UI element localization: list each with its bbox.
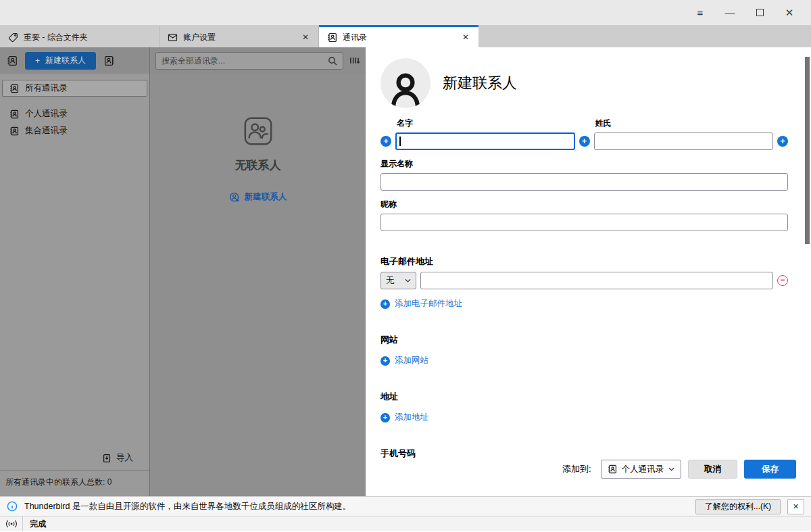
sidebar-item-collected-addresses[interactable]: 集合通讯录 [2,122,147,139]
search-input[interactable] [162,56,324,66]
address-book-toolbar: + 新建联系人 [0,47,366,74]
sidebar-item-label: 所有通讯录 [25,82,68,94]
tab-unified-folders[interactable]: 重要 - 综合文件夹 [0,25,159,47]
email-row: 无 − [380,272,788,289]
dimmed-background-region: + 新建联系人 [0,47,366,496]
vertical-scrollbar-thumb[interactable] [805,57,810,244]
add-suffix-button[interactable]: + [777,136,788,147]
status-bar: 完成 [0,516,811,531]
email-input[interactable] [420,272,773,289]
add-website-label: 添加网站 [395,355,428,366]
tab-account-settings[interactable]: 账户设置 ✕ [159,25,319,47]
mail-icon [168,32,178,43]
target-address-book-select[interactable]: 个人通讯录 [601,460,682,479]
toolbar-search-section [150,47,366,74]
title-bar: ≡ — ✕ [0,0,811,25]
address-section-title: 地址 [380,391,788,403]
search-box[interactable] [155,52,343,70]
target-address-book-value: 个人通讯录 [622,464,664,475]
minimize-icon: — [725,7,735,18]
close-window-button[interactable]: ✕ [775,3,804,22]
empty-state: 无联系人 新建联系人 [229,116,287,203]
address-book-icon [9,84,19,93]
plus-icon: + [380,413,390,422]
search-icon [328,56,337,66]
contacts-total-count: 所有通讯录中的联系人总数: 0 [0,470,149,496]
minimize-button[interactable]: — [715,3,745,22]
sidebar-item-personal-address-book[interactable]: 个人通讯录 [2,105,147,122]
sidebar-item-label: 集合通讯录 [25,125,68,137]
tab-bar-empty-space [478,25,811,47]
chevron-down-icon [405,279,411,283]
add-website-link[interactable]: + 添加网站 [380,355,788,366]
status-text: 完成 [23,518,46,530]
plus-icon: + [380,299,390,309]
form-header: 新建联系人 [380,58,788,108]
address-book-body: 所有通讯录 个人通讯录 [0,74,366,496]
sidebar-item-all-address-books[interactable]: 所有通讯录 [2,80,147,97]
chevron-down-icon [668,467,674,471]
name-row: 名字 姓氏 + + + [380,118,788,150]
contact-avatar[interactable] [380,58,431,108]
tab-label: 重要 - 综合文件夹 [24,32,152,43]
tab-close-icon[interactable]: ✕ [299,32,312,42]
contact-edit-pane: 新建联系人 名字 姓氏 + + + 显示名称 [366,47,811,496]
nickname-field: 昵称 [380,199,788,231]
new-contact-button-label: 新建联系人 [45,55,86,66]
plus-icon: + [380,356,390,366]
phone-section-title: 手机号码 [380,448,788,460]
email-section-title: 电子邮件地址 [380,256,788,268]
add-email-link[interactable]: + 添加电子邮件地址 [380,298,788,310]
nickname-input[interactable] [380,214,788,231]
toolbar-sidebar-section: + 新建联系人 [0,47,150,74]
text-caret [399,137,401,146]
address-book-sidebar: 所有通讯录 个人通讯录 [0,74,150,496]
notification-close-button[interactable]: ✕ [787,499,804,514]
form-title: 新建联系人 [443,73,517,93]
contacts-list-pane: 无联系人 新建联系人 [150,74,366,496]
address-book-icon [327,32,337,43]
display-name-field: 显示名称 [380,158,788,191]
sidebar-item-label: 个人通讯录 [25,108,68,120]
new-contact-link[interactable]: 新建联系人 [229,191,287,203]
info-icon [7,501,18,512]
website-section: 网站 + 添加网站 [380,334,788,366]
email-type-select[interactable]: 无 [380,272,416,289]
form-footer: 添加到: 个人通讯录 取消 保存 [366,460,811,496]
first-name-input[interactable] [395,132,575,150]
tab-address-book[interactable]: 通讯录 ✕ [319,25,478,47]
display-name-input[interactable] [380,173,788,191]
contact-form: 新建联系人 名字 姓氏 + + + 显示名称 [366,47,811,460]
add-email-label: 添加电子邮件地址 [395,298,462,310]
add-first-name-before-button[interactable]: + [380,136,391,147]
close-icon: ✕ [785,7,794,19]
last-name-input[interactable] [594,132,774,150]
contacts-placeholder-icon [243,116,274,147]
add-address-link[interactable]: + 添加地址 [380,412,788,423]
last-name-label: 姓氏 [595,118,774,129]
tab-label: 通讯录 [343,32,454,43]
new-contact-button[interactable]: + 新建联系人 [25,52,96,70]
address-book-main: + 新建联系人 [0,47,811,496]
tab-close-icon[interactable]: ✕ [460,32,472,42]
sidebar-spacer [0,139,149,446]
notification-bar: Thunderbird 是一款自由且开源的软件，由来自世界各地数千位成员组成的社… [0,496,811,516]
import-button[interactable]: 导入 [0,446,149,470]
sort-options-icon[interactable] [349,55,360,66]
add-middle-name-button[interactable]: + [579,136,590,147]
save-button[interactable]: 保存 [744,460,796,479]
tab-label: 账户设置 [183,32,294,43]
cancel-button[interactable]: 取消 [688,460,737,479]
address-book-icon [9,110,19,119]
activity-broadcast-icon [0,516,23,531]
hamburger-icon: ≡ [697,7,704,18]
maximize-button[interactable] [745,3,775,22]
app-menu-button[interactable]: ≡ [685,3,715,22]
address-book-icon [9,126,19,136]
contact-list-icon[interactable] [103,55,114,66]
know-your-rights-button[interactable]: 了解您的权利...(K) [695,499,781,514]
phone-section: 手机号码 [380,448,788,460]
import-icon [102,454,112,463]
remove-email-button[interactable]: − [777,275,788,286]
address-book-toggle-icon[interactable] [7,55,18,66]
